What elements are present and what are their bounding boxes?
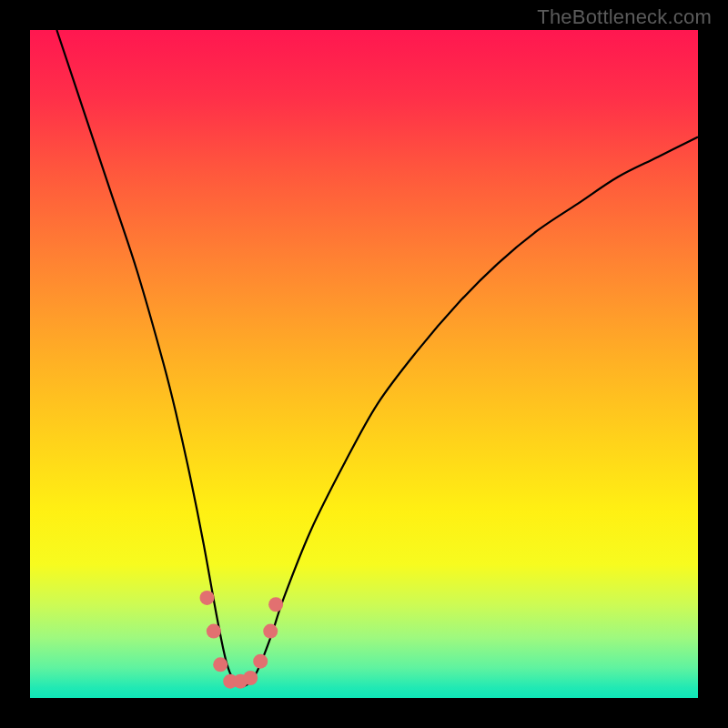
data-marker: [253, 654, 268, 669]
watermark-text: TheBottleneck.com: [537, 5, 712, 29]
bottleneck-curve: [56, 30, 698, 687]
data-marker: [213, 657, 228, 672]
curve-layer: [30, 30, 698, 698]
data-marker: [243, 671, 258, 685]
data-marker: [263, 624, 278, 639]
plot-area: [30, 30, 698, 698]
data-marker: [268, 597, 283, 612]
chart-frame: TheBottleneck.com: [0, 0, 728, 728]
data-marker: [200, 591, 215, 605]
data-marker: [207, 624, 221, 639]
